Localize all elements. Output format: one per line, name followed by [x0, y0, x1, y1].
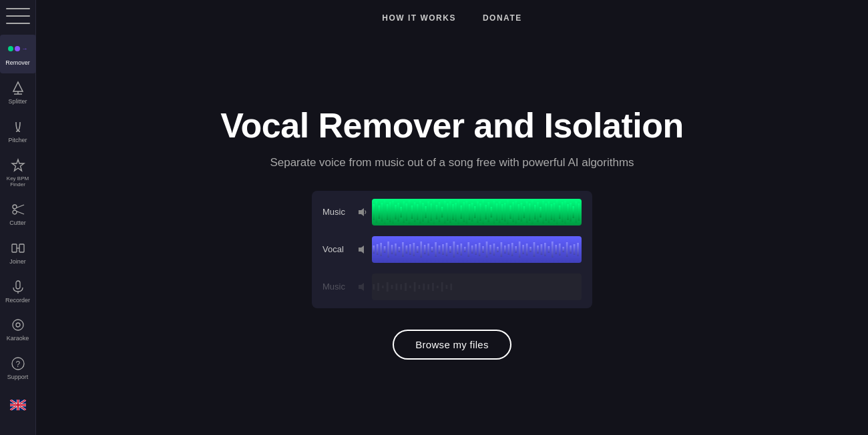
svg-rect-30	[381, 203, 383, 222]
svg-rect-127	[457, 245, 459, 254]
svg-rect-100	[572, 206, 574, 218]
music-track-label: Music	[322, 207, 357, 217]
svg-rect-136	[489, 245, 491, 254]
nav-donate[interactable]: DONATE	[483, 13, 522, 23]
svg-rect-75	[504, 203, 506, 222]
svg-rect-168	[400, 284, 402, 290]
svg-rect-33	[389, 202, 391, 222]
sidebar-item-splitter[interactable]: Splitter	[0, 73, 36, 112]
svg-marker-103	[359, 246, 364, 254]
svg-rect-29	[379, 205, 381, 219]
menu-icon[interactable]	[6, 8, 30, 24]
svg-rect-92	[551, 204, 553, 220]
svg-rect-91	[548, 201, 550, 223]
svg-rect-123	[442, 244, 444, 255]
svg-rect-172	[419, 285, 421, 289]
svg-rect-55	[449, 201, 451, 223]
sidebar-item-label: Support	[7, 374, 29, 381]
svg-rect-143	[515, 246, 517, 253]
svg-rect-53	[444, 201, 446, 224]
svg-rect-83	[526, 201, 528, 223]
svg-rect-28	[375, 201, 377, 223]
sidebar-item-support[interactable]: ? Support	[0, 349, 36, 388]
svg-rect-85	[531, 200, 533, 224]
svg-rect-164	[382, 286, 384, 288]
svg-rect-86	[534, 205, 536, 220]
svg-rect-74	[501, 204, 503, 220]
nav-how-it-works[interactable]: HOW IT WORKS	[382, 13, 456, 23]
sidebar-item-remover[interactable]: → Remover	[0, 35, 36, 73]
svg-marker-26	[359, 208, 364, 216]
svg-rect-87	[537, 202, 539, 222]
svg-rect-73	[499, 201, 501, 223]
browse-files-button[interactable]: Browse my files	[393, 330, 511, 360]
faded-track-label: Music	[322, 282, 357, 292]
vocal-track-label: Vocal	[322, 244, 357, 254]
svg-rect-41	[411, 205, 413, 219]
svg-rect-49	[433, 200, 435, 224]
svg-rect-133	[479, 243, 481, 256]
svg-rect-138	[497, 247, 499, 252]
svg-rect-125	[449, 246, 451, 253]
sidebar-item-label: Recorder	[5, 297, 30, 304]
svg-rect-50	[436, 205, 438, 220]
svg-rect-31	[384, 200, 386, 224]
svg-rect-63	[471, 203, 473, 222]
svg-rect-60	[463, 202, 465, 222]
support-icon: ?	[10, 356, 26, 372]
svg-rect-77	[509, 205, 511, 219]
svg-rect-170	[409, 286, 411, 288]
svg-rect-67	[482, 200, 484, 224]
hero-title: Vocal Remover and Isolation	[220, 105, 684, 145]
svg-rect-37	[400, 207, 402, 218]
svg-rect-48	[430, 203, 432, 221]
sidebar-item-language[interactable]	[0, 390, 36, 422]
svg-rect-58	[457, 200, 459, 224]
sidebar-bottom: ? Support	[0, 349, 36, 427]
svg-rect-167	[395, 284, 397, 290]
svg-rect-104	[373, 246, 375, 254]
svg-rect-132	[475, 244, 477, 255]
svg-rect-52	[441, 207, 443, 218]
svg-rect-129	[464, 247, 466, 252]
sidebar-item-pitcher[interactable]: Pitcher	[0, 112, 36, 151]
svg-rect-142	[511, 243, 513, 256]
hero-subtitle: Separate voice from music out of a song …	[270, 156, 634, 169]
svg-rect-88	[539, 207, 541, 218]
sidebar-item-cutter[interactable]: Cutter	[0, 195, 36, 234]
svg-marker-0	[13, 82, 23, 91]
sidebar-item-recorder[interactable]: Recorder	[0, 272, 36, 311]
svg-rect-156	[562, 247, 564, 252]
joiner-icon	[10, 240, 26, 256]
svg-rect-47	[427, 201, 429, 223]
svg-rect-147	[529, 247, 531, 252]
svg-rect-115	[413, 243, 415, 256]
svg-marker-161	[359, 283, 364, 291]
sidebar-item-label: Joiner	[9, 258, 26, 266]
svg-rect-163	[377, 283, 379, 291]
svg-rect-36	[397, 203, 399, 222]
svg-rect-114	[409, 244, 411, 255]
sidebar-item-joiner[interactable]: Joiner	[0, 234, 36, 272]
svg-rect-89	[542, 201, 544, 224]
vocal-speaker-icon	[357, 244, 368, 255]
sidebar-item-keybpm[interactable]: Key BPMFinder	[0, 151, 36, 195]
svg-rect-68	[485, 205, 487, 220]
svg-rect-151	[544, 243, 546, 256]
svg-rect-124	[446, 243, 448, 256]
svg-point-13	[13, 320, 23, 330]
svg-rect-93	[554, 203, 556, 222]
svg-rect-80	[517, 204, 519, 220]
music-waveform	[372, 199, 582, 226]
svg-rect-153	[552, 242, 554, 258]
svg-rect-173	[423, 284, 425, 290]
svg-rect-109	[391, 245, 393, 254]
svg-rect-64	[474, 206, 476, 218]
svg-rect-65	[477, 201, 479, 223]
svg-point-4	[13, 205, 17, 209]
svg-point-14	[16, 323, 20, 327]
sidebar-item-karaoke[interactable]: Karaoke	[0, 310, 36, 349]
svg-rect-81	[521, 203, 523, 222]
sidebar: → Remover Splitter	[0, 0, 36, 435]
language-icon	[10, 397, 26, 413]
